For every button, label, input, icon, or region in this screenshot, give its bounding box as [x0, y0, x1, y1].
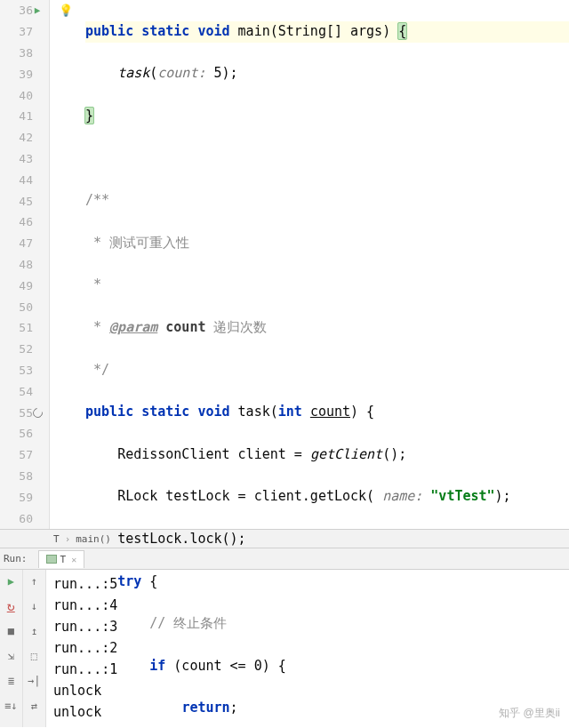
gutter-line-41[interactable]: 41 [0, 106, 49, 127]
breadcrumb-class[interactable]: T [48, 533, 65, 545]
gutter-line-46[interactable]: 46 [0, 212, 49, 233]
pin-icon[interactable]: ≣ [3, 673, 19, 689]
run-config-icon [46, 555, 57, 564]
code-line-50[interactable]: // 终止条件 [85, 613, 569, 635]
intention-bulb-icon[interactable]: 💡 [59, 4, 73, 17]
gutter-line-37[interactable]: 37 [0, 21, 49, 43]
breadcrumb-separator: › [65, 533, 71, 545]
gutter-line-60[interactable]: 60 [0, 508, 49, 529]
run-header-label: Run: [4, 553, 28, 564]
gutter-line-48[interactable]: 48 [0, 254, 49, 276]
code-line-39[interactable] [85, 148, 569, 170]
code-line-44[interactable]: */ [85, 360, 569, 381]
gutter-line-54[interactable]: 54 [0, 380, 49, 402]
code-line-45[interactable]: public static void task(int count) { [85, 402, 569, 423]
gutter-line-40[interactable]: 40 [0, 84, 49, 106]
gutter-line-42[interactable]: 42 [0, 127, 49, 148]
run-toolbar: ▶ ↻ ■ ⇲ ≣ ≡↓ ↑ ↓ ↥ ⬚ →| ⇄ [0, 570, 46, 727]
code-line-38[interactable]: } [85, 106, 569, 127]
more-icon[interactable]: ≡↓ [3, 698, 19, 714]
code-line-40[interactable]: /** [85, 190, 569, 212]
gutter-line-39[interactable]: 39 [0, 63, 49, 84]
close-icon[interactable]: ✕ [71, 555, 76, 564]
code-line-51[interactable]: if (count <= 0) { [85, 656, 569, 677]
watermark: 知乎 @里奥ii [499, 706, 560, 721]
clear-icon[interactable]: ⇄ [26, 698, 42, 714]
gutter-line-49[interactable]: 49 [0, 275, 49, 296]
gutter-line-43[interactable]: 43 [0, 148, 49, 170]
scroll-down-icon[interactable]: ↓ [26, 598, 42, 614]
code-line-46[interactable]: RedissonClient client = getClient(); [85, 444, 569, 466]
print-icon[interactable]: ⬚ [26, 648, 42, 664]
gutter-line-47[interactable]: 47 [0, 233, 49, 254]
code-line-42[interactable]: * [85, 275, 569, 296]
gutter-line-52[interactable]: 52 [0, 339, 49, 360]
gutter-line-45[interactable]: 45 [0, 190, 49, 212]
rerun-icon[interactable]: ▶ [3, 573, 19, 589]
gutter-line-38[interactable]: 38 [0, 43, 49, 64]
editor-area: 36 ▶ 37 38 39 40 41 42 43 44 45 46 47 48… [0, 0, 569, 529]
gutter-line-51[interactable]: 51 [0, 317, 49, 339]
gutter-line-50[interactable]: 50 [0, 296, 49, 317]
gutter-line-36[interactable]: 36 ▶ [0, 0, 49, 21]
scroll-to-end-icon[interactable]: →| [26, 673, 42, 689]
gutter-line-58[interactable]: 58 [0, 466, 49, 487]
code-line-48[interactable]: testLock.lock(); [85, 529, 569, 550]
run-tab-name: T [60, 554, 67, 565]
layout-icon[interactable]: ⇲ [3, 648, 19, 664]
gutter-line-44[interactable]: 44 [0, 169, 49, 190]
scroll-up-icon[interactable]: ↑ [26, 573, 42, 589]
code-line-52[interactable]: return; [85, 698, 569, 719]
gutter-line-59[interactable]: 59 [0, 486, 49, 508]
code-line-43[interactable]: * @param count 递归次数 [85, 317, 569, 339]
run-gutter-icon[interactable]: ▶ [30, 4, 44, 18]
soft-wrap-icon[interactable]: ↥ [26, 623, 42, 639]
gutter-line-56[interactable]: 56 [0, 423, 49, 444]
recursion-gutter-icon[interactable] [30, 405, 44, 420]
gutter-line-55[interactable]: 55 [0, 402, 49, 423]
gutter-line-53[interactable]: 53 [0, 360, 49, 381]
code-line-37[interactable]: task(count: 5); [85, 63, 569, 84]
gutter: 36 ▶ 37 38 39 40 41 42 43 44 45 46 47 48… [0, 0, 50, 529]
gutter-line-57[interactable]: 57 [0, 444, 49, 466]
code-area[interactable]: public static void main(String[] args) {… [50, 0, 569, 529]
code-line-47[interactable]: RLock testLock = client.getLock( name: "… [85, 486, 569, 508]
stop-icon[interactable]: ■ [3, 623, 19, 639]
code-line-36[interactable]: public static void main(String[] args) { [85, 21, 569, 43]
run-tab[interactable]: T ✕ [38, 550, 85, 568]
code-line-41[interactable]: * 测试可重入性 [85, 233, 569, 254]
code-line-49[interactable]: try { [85, 572, 569, 593]
rerun-failed-icon[interactable]: ↻ [3, 598, 19, 614]
